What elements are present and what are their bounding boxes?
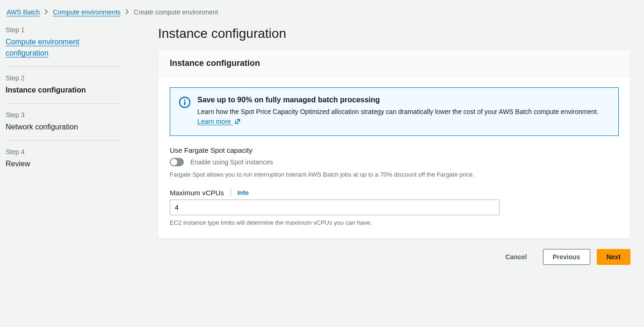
fargate-spot-toggle[interactable] [170, 158, 184, 166]
svg-rect-2 [184, 101, 186, 105]
step-number: Step 1 [6, 26, 120, 34]
instance-configuration-panel: Instance configuration Save up to 90 [158, 50, 630, 239]
chevron-right-icon [44, 9, 48, 16]
main-content: Instance configuration Instance configur… [158, 26, 630, 265]
fargate-spot-label: Use Fargate Spot capacity [170, 146, 619, 154]
step-number: Step 4 [6, 148, 120, 156]
chevron-right-icon [125, 9, 129, 16]
wizard-footer: Cancel Previous Next [158, 249, 630, 265]
step-title[interactable]: Compute environment configuration [6, 36, 120, 59]
panel-header: Instance configuration [159, 50, 630, 77]
wizard-step-3: Step 3 Network configuration [6, 104, 120, 141]
info-icon [179, 96, 191, 108]
panel-title: Instance configuration [170, 58, 619, 68]
max-vcpus-hint: EC2 instance type limits will determine … [170, 218, 619, 227]
max-vcpus-input[interactable] [170, 199, 499, 215]
alert-text: Learn how the Spot Price Capacity Optimi… [197, 108, 599, 115]
svg-point-1 [184, 99, 185, 100]
max-vcpus-label: Maximum vCPUs [170, 189, 224, 197]
breadcrumb-compute-environments[interactable]: Compute environments [53, 8, 121, 16]
external-link-icon [234, 118, 241, 128]
fargate-spot-hint: Fargate Spot allows you to run interrupt… [170, 170, 619, 179]
step-number: Step 2 [6, 74, 120, 82]
step-title: Instance configuration [6, 85, 120, 96]
wizard-step-2: Step 2 Instance configuration [6, 67, 120, 104]
step-title: Review [6, 158, 120, 170]
divider [231, 189, 231, 196]
wizard-step-1[interactable]: Step 1 Compute environment configuration [6, 26, 120, 67]
previous-button[interactable]: Previous [543, 249, 590, 265]
step-title: Network configuration [6, 121, 120, 133]
breadcrumb-current: Create compute environment [134, 8, 218, 16]
wizard-sidebar: Step 1 Compute environment configuration… [6, 26, 141, 265]
wizard-step-4: Step 4 Review [6, 141, 120, 177]
fargate-spot-group: Use Fargate Spot capacity Enable using S… [170, 146, 619, 179]
info-alert: Save up to 90% on fully managed batch pr… [170, 87, 619, 136]
learn-more-link[interactable]: Learn more [197, 118, 241, 125]
cancel-button[interactable]: Cancel [496, 249, 536, 264]
breadcrumb: AWS Batch Compute environments Create co… [6, 8, 638, 16]
next-button[interactable]: Next [597, 249, 630, 265]
breadcrumb-aws-batch[interactable]: AWS Batch [7, 8, 40, 16]
alert-title: Save up to 90% on fully managed batch pr… [197, 94, 610, 106]
max-vcpus-group: Maximum vCPUs Info EC2 instance type lim… [170, 189, 619, 227]
page-title: Instance configuration [158, 26, 630, 41]
info-link[interactable]: Info [238, 189, 249, 196]
toggle-label: Enable using Spot instances [190, 158, 273, 166]
step-number: Step 3 [6, 111, 120, 119]
